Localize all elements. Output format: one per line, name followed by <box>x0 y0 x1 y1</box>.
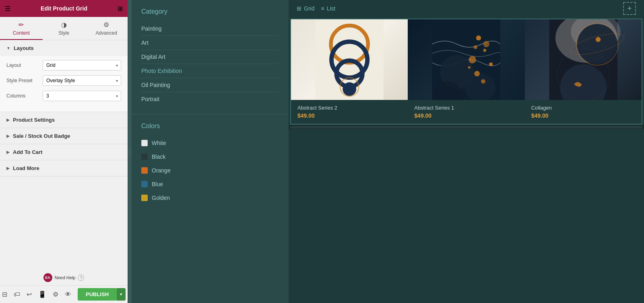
load-more-header[interactable]: ▶ Load More <box>0 160 128 176</box>
tab-style[interactable]: ◑ Style <box>43 17 85 40</box>
color-item-golden[interactable]: Golden <box>141 191 279 205</box>
grid-view-button[interactable]: ⊞ Grid <box>297 5 314 12</box>
artwork-circles-svg <box>291 19 408 100</box>
color-item-orange[interactable]: Orange <box>141 164 279 177</box>
colors-title: Colors <box>141 122 279 130</box>
svg-point-10 <box>476 35 481 40</box>
color-item-blue[interactable]: Blue <box>141 177 279 191</box>
content-toolbar: ⊞ Grid ≡ List + <box>289 0 644 17</box>
product-settings-arrow: ▶ <box>6 118 10 122</box>
svg-point-17 <box>483 41 489 47</box>
scrollbar-area <box>289 125 644 129</box>
svg-point-18 <box>474 46 477 49</box>
blue-swatch <box>141 181 148 187</box>
style-preset-select[interactable]: Overlay Style Default Classic <box>43 75 121 86</box>
artwork-space-svg <box>525 19 642 100</box>
orange-label: Orange <box>152 167 171 174</box>
horizontal-scrollbar[interactable] <box>290 126 642 129</box>
svg-point-11 <box>483 49 487 52</box>
product-name-1: Abstract Series 2 <box>297 105 401 111</box>
tag-icon[interactable]: 🏷 <box>14 291 20 298</box>
white-swatch <box>141 140 148 146</box>
layout-select[interactable]: Grid List Masonry <box>43 60 121 71</box>
publish-group: PUBLISH ▾ <box>78 288 126 301</box>
svg-point-12 <box>469 56 476 63</box>
columns-select[interactable]: 1 2 3 4 5 6 <box>43 91 121 101</box>
svg-point-16 <box>468 66 471 68</box>
category-item-photo-exhibition[interactable]: Photo Exhibition <box>141 64 279 78</box>
load-more-section: ▶ Load More <box>0 160 128 176</box>
tab-advanced[interactable]: ⚙ Advanced <box>85 17 128 40</box>
product-price-3: $49.00 <box>531 112 635 119</box>
mobile-icon[interactable]: 📱 <box>38 291 46 298</box>
add-to-cart-header[interactable]: ▶ Add To Cart <box>0 144 128 160</box>
sale-badge-section: ▶ Sale / Stock Out Badge <box>0 128 128 144</box>
product-settings-label: Product Settings <box>13 117 55 123</box>
category-item-painting[interactable]: Painting <box>141 22 279 36</box>
tab-content[interactable]: ✏ Content <box>0 17 43 40</box>
product-settings-section: ▶ Product Settings <box>0 112 128 128</box>
svg-point-13 <box>489 62 493 66</box>
orange-swatch <box>141 167 148 174</box>
help-circle-icon[interactable]: ? <box>78 274 84 281</box>
resize-handle[interactable] <box>128 0 132 303</box>
golden-swatch <box>141 195 148 201</box>
style-icon: ◑ <box>61 21 67 29</box>
product-card-2: Abstract Series 1 $49.00 <box>408 19 524 124</box>
ea-badge: EA <box>43 273 52 282</box>
sale-badge-label: Sale / Stock Out Badge <box>13 133 70 139</box>
hamburger-icon[interactable]: ☰ <box>5 5 10 12</box>
category-item-oil-painting[interactable]: Oil Painting <box>141 78 279 92</box>
publish-button[interactable]: PUBLISH <box>78 288 117 301</box>
advanced-icon: ⚙ <box>103 21 109 29</box>
columns-select-wrapper: 1 2 3 4 5 6 <box>43 91 121 101</box>
product-card-1: Abstract Series 2 $49.00 <box>291 19 408 124</box>
view-toggle: ⊞ Grid ≡ List <box>297 5 335 12</box>
list-view-button[interactable]: ≡ List <box>321 5 335 12</box>
publish-dropdown-button[interactable]: ▾ <box>117 288 126 301</box>
style-preset-label: Style Preset <box>6 78 43 83</box>
layouts-arrow: ▼ <box>6 46 10 50</box>
color-item-black[interactable]: Black <box>141 150 279 164</box>
category-items: Painting Art Digital Art Photo Exhibitio… <box>141 22 279 106</box>
category-title: Category <box>141 8 279 15</box>
product-info-3: Collagen $49.00 <box>525 100 642 124</box>
colors-section: Colors White Black Orange Blue <box>132 114 289 213</box>
golden-label: Golden <box>152 195 170 201</box>
eye-icon[interactable]: 👁 <box>65 291 71 298</box>
black-label: Black <box>152 154 165 160</box>
color-item-white[interactable]: White <box>141 136 279 150</box>
category-item-digital-art[interactable]: Digital Art <box>141 50 279 64</box>
product-info-2: Abstract Series 1 $49.00 <box>408 100 524 124</box>
add-to-cart-arrow: ▶ <box>6 150 10 154</box>
load-more-arrow: ▶ <box>6 166 10 170</box>
style-preset-select-wrapper: Overlay Style Default Classic <box>43 75 121 86</box>
svg-point-15 <box>481 79 485 83</box>
need-help-row: EA Need Help ? <box>0 270 128 285</box>
layout-field-row: Layout Grid List Masonry <box>6 60 121 71</box>
layouts-header[interactable]: ▼ Layouts <box>0 40 128 56</box>
svg-point-25 <box>596 37 601 42</box>
clock-icon[interactable]: ↩ <box>27 291 32 298</box>
artwork-dark-svg <box>408 19 524 100</box>
product-name-2: Abstract Series 1 <box>414 105 518 111</box>
category-item-art[interactable]: Art <box>141 36 279 50</box>
grid-view-icon[interactable]: ⊞ <box>118 5 123 12</box>
columns-field-row: Columns 1 2 3 4 5 6 <box>6 91 121 101</box>
svg-point-14 <box>474 71 480 77</box>
layout-label: Layout <box>6 62 43 68</box>
category-item-portrait[interactable]: Portrait <box>141 92 279 106</box>
style-preset-field-row: Style Preset Overlay Style Default Class… <box>6 75 121 86</box>
product-settings-header[interactable]: ▶ Product Settings <box>0 112 128 128</box>
color-items: White Black Orange Blue Golden <box>141 136 279 205</box>
white-label: White <box>152 140 166 146</box>
black-swatch <box>141 154 148 160</box>
product-info-1: Abstract Series 2 $49.00 <box>291 100 408 124</box>
need-help-text[interactable]: Need Help <box>55 275 76 280</box>
sale-badge-header[interactable]: ▶ Sale / Stock Out Badge <box>0 128 128 144</box>
layers-icon[interactable]: ⊟ <box>2 291 7 298</box>
category-section: Category Painting Art Digital Art Photo … <box>132 0 289 114</box>
product-grid: Abstract Series 2 $49.00 <box>290 19 642 125</box>
settings-icon[interactable]: ⚙ <box>53 291 58 298</box>
add-section-button[interactable]: + <box>623 2 636 15</box>
